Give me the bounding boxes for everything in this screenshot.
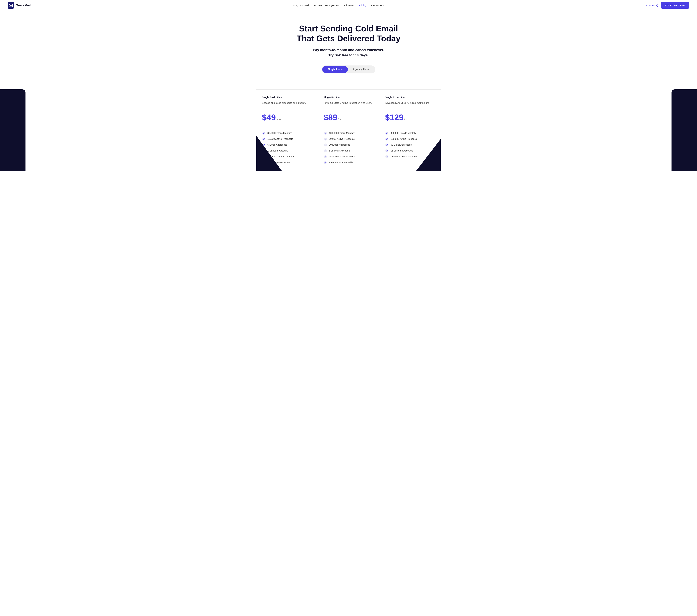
pro-price-period: /mo: [338, 118, 342, 121]
svg-point-13: [324, 149, 327, 152]
list-item: 10,000 Active Prospects: [262, 137, 312, 141]
dark-bg-left: [0, 89, 26, 171]
hero-title: Start Sending Cold Email That Gets Deliv…: [293, 24, 404, 44]
check-icon: [385, 149, 389, 153]
single-plans-tab[interactable]: Single Plans: [322, 66, 347, 73]
list-item: 100,000 Emails Monthly: [324, 131, 373, 135]
list-item: 100,000 Active Prospects: [385, 137, 435, 141]
list-item: 30,000 Emails Monthly: [262, 131, 312, 135]
check-icon: [324, 155, 327, 159]
svg-point-15: [324, 161, 327, 164]
basic-price-amount: $49: [262, 112, 276, 122]
svg-point-20: [385, 155, 388, 158]
list-item: 20 Email Addresses: [324, 143, 373, 147]
list-item: Unlimited Team Members: [324, 155, 373, 159]
agency-plans-tab[interactable]: Agency Plans: [348, 66, 375, 73]
login-button[interactable]: LOG IN: [646, 4, 658, 7]
hero-subtitle: Pay month-to-month and cancel whenever.T…: [4, 47, 693, 58]
check-icon: [324, 137, 327, 141]
check-icon: [324, 132, 327, 135]
pricing-section: Single Basic Plan Engage and close prosp…: [0, 89, 697, 171]
expert-price-divider: [385, 126, 435, 127]
list-item: 300,000 Emails Monthly: [385, 131, 435, 135]
list-item: Free AutoWarmer with: [324, 161, 373, 164]
nav-agencies[interactable]: For Lead Gen Agencies: [314, 4, 339, 7]
hero-section: Start Sending Cold Email That Gets Deliv…: [0, 11, 697, 83]
check-icon: [324, 161, 327, 164]
svg-point-17: [385, 138, 388, 140]
svg-point-14: [324, 155, 327, 158]
svg-point-16: [385, 132, 388, 135]
dark-bg-right: [671, 89, 697, 171]
nav-pricing[interactable]: Pricing: [359, 4, 366, 7]
svg-point-18: [385, 144, 388, 146]
basic-plan-card: Single Basic Plan Engage and close prosp…: [256, 89, 318, 171]
svg-point-5: [262, 138, 265, 140]
logo-link[interactable]: QuickMail: [8, 2, 31, 9]
pro-plan-desc: Powerful Stats & native integration with…: [324, 101, 373, 109]
expert-plan-card: Single Expert Plan Advanced Analytics, A…: [379, 89, 441, 171]
check-icon: [385, 155, 389, 159]
check-icon: [324, 143, 327, 147]
logo-text: QuickMail: [16, 3, 31, 7]
pro-plan-name: Single Pro Plan: [324, 96, 373, 99]
basic-price-divider: [262, 126, 312, 127]
list-item: 1 LinkedIn Account: [262, 149, 312, 153]
start-trial-button[interactable]: START MY TRIAL: [661, 2, 689, 9]
nav-links: Why QuickMail For Lead Gen Agencies Solu…: [293, 4, 384, 7]
expert-price-amount: $129: [385, 112, 403, 122]
expert-plan-price: $129 /mo: [385, 112, 435, 122]
list-item: 5 Email Addresses: [262, 143, 312, 147]
expert-plan-name: Single Expert Plan: [385, 96, 435, 99]
list-item: 50 Email Addresses: [385, 143, 435, 147]
expert-feature-list: 300,000 Emails Monthly 100,000 Active Pr…: [385, 131, 435, 159]
login-arrow-icon: [655, 4, 658, 7]
nav-right: LOG IN START MY TRIAL: [646, 2, 689, 9]
svg-point-19: [385, 149, 388, 152]
svg-point-11: [324, 138, 327, 140]
list-item: 15 LinkedIn Accounts: [385, 149, 435, 153]
list-item: 5 LinkedIn Accounts: [324, 149, 373, 153]
basic-plan-name: Single Basic Plan: [262, 96, 312, 99]
check-icon: [324, 149, 327, 153]
expert-price-period: /mo: [404, 118, 409, 121]
logo-icon: [8, 2, 14, 9]
basic-price-period: /mo: [277, 118, 281, 121]
pro-price-divider: [324, 126, 373, 127]
basic-plan-desc: Engage and close prospects on autopilot.: [262, 101, 312, 109]
cards-wrapper: Single Basic Plan Engage and close prosp…: [256, 89, 441, 171]
check-icon: [385, 132, 389, 135]
svg-line-1: [9, 5, 10, 7]
plan-toggle: Single Plans Agency Plans: [322, 65, 375, 73]
pro-plan-price: $89 /mo: [324, 112, 373, 122]
check-icon: [262, 132, 266, 135]
pro-feature-list: 100,000 Emails Monthly 50,000 Active Pro…: [324, 131, 373, 164]
nav-why[interactable]: Why QuickMail: [293, 4, 309, 7]
pro-price-amount: $89: [324, 112, 338, 122]
svg-point-10: [324, 132, 327, 135]
nav-resources[interactable]: Resources: [371, 4, 384, 7]
pro-plan-card: Single Pro Plan Powerful Stats & native …: [318, 89, 379, 171]
nav-solutions[interactable]: Solutions: [343, 4, 355, 7]
svg-point-12: [324, 144, 327, 146]
check-icon: [262, 137, 266, 141]
check-icon: [385, 143, 389, 147]
check-icon: [385, 137, 389, 141]
navbar: QuickMail Why QuickMail For Lead Gen Age…: [0, 0, 697, 11]
expert-plan-desc: Advanced Analytics, AI & Sub-Campaigns: [385, 101, 435, 109]
list-item: 50,000 Active Prospects: [324, 137, 373, 141]
svg-line-2: [12, 5, 13, 7]
svg-point-4: [262, 132, 265, 135]
basic-plan-price: $49 /mo: [262, 112, 312, 122]
